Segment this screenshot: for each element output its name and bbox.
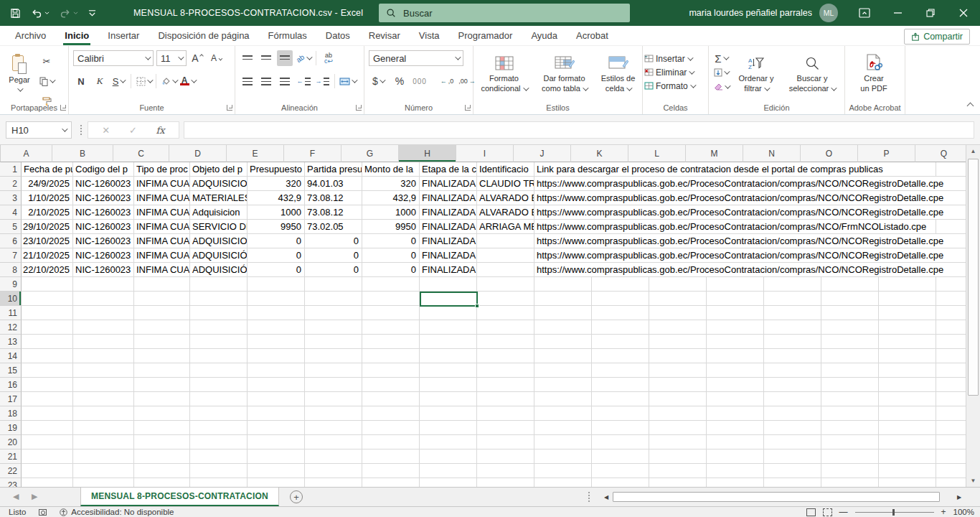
cell-K19[interactable]: [592, 421, 649, 435]
row-header-15[interactable]: 15: [0, 363, 22, 378]
cell-C23[interactable]: [134, 478, 190, 487]
currency-button[interactable]: $: [369, 73, 387, 89]
clipboard-dialog-launcher[interactable]: [60, 105, 66, 111]
cell-F19[interactable]: [305, 421, 362, 435]
cell-G1[interactable]: Monto de la: [362, 162, 420, 177]
cell-K17[interactable]: [592, 392, 649, 406]
fill-color-button[interactable]: [161, 73, 176, 89]
cell-Q12[interactable]: [936, 320, 966, 335]
cell-Q16[interactable]: [936, 378, 966, 392]
cell-M19[interactable]: [707, 421, 764, 435]
font-size-select[interactable]: 11: [156, 50, 187, 66]
column-header-F[interactable]: F: [284, 145, 341, 162]
cell-B20[interactable]: [73, 435, 134, 450]
cell-D22[interactable]: [190, 464, 248, 478]
cell-B16[interactable]: [73, 378, 134, 392]
zoom-slider-thumb[interactable]: [892, 509, 895, 516]
cell-K14[interactable]: [592, 349, 649, 363]
cell-J21[interactable]: [534, 450, 592, 464]
cell-J7[interactable]: https://www.compraspublicas.gob.ec/Proce…: [534, 248, 592, 263]
cell-D14[interactable]: [190, 349, 248, 363]
cell-K12[interactable]: [592, 320, 649, 335]
cell-H9[interactable]: [420, 277, 477, 292]
cell-C21[interactable]: [134, 450, 190, 464]
column-header-P[interactable]: P: [858, 145, 915, 162]
select-all-button[interactable]: [0, 145, 1, 162]
cell-J10[interactable]: [534, 292, 592, 306]
decrease-decimal-button[interactable]: ,00→: [459, 73, 475, 89]
cell-H20[interactable]: [420, 435, 477, 450]
cell-Q14[interactable]: [936, 349, 966, 363]
cell-Q15[interactable]: [936, 363, 966, 378]
row-header-7[interactable]: 7: [0, 248, 22, 263]
cell-F17[interactable]: [305, 392, 362, 406]
cell-B1[interactable]: Codigo del p: [73, 162, 134, 177]
collapse-ribbon-button[interactable]: [967, 103, 974, 110]
cell-D17[interactable]: [190, 392, 248, 406]
column-header-G[interactable]: G: [341, 145, 399, 162]
cell-D7[interactable]: ADQUISICIÓN: [190, 248, 248, 263]
cell-B21[interactable]: [73, 450, 134, 464]
cell-C12[interactable]: [134, 320, 190, 335]
cell-P1[interactable]: [879, 162, 936, 177]
cell-K21[interactable]: [592, 450, 649, 464]
cell-L16[interactable]: [649, 378, 707, 392]
cell-F21[interactable]: [305, 450, 362, 464]
cell-M16[interactable]: [707, 378, 764, 392]
scrollbar-resize-handle[interactable]: [588, 492, 590, 502]
cell-O17[interactable]: [821, 392, 879, 406]
cell-C4[interactable]: INFIMA CUANTIA: [134, 205, 190, 220]
column-header-N[interactable]: N: [743, 145, 801, 162]
align-middle-button[interactable]: [258, 50, 274, 66]
cell-E6[interactable]: 0: [248, 234, 305, 248]
cell-K15[interactable]: [592, 363, 649, 378]
cell-J14[interactable]: [534, 349, 592, 363]
row-header-19[interactable]: 19: [0, 421, 22, 435]
cell-G20[interactable]: [362, 435, 420, 450]
cell-J8[interactable]: https://www.compraspublicas.gob.ec/Proce…: [534, 263, 592, 277]
ribbon-tab-acrobat[interactable]: Acrobat: [567, 26, 618, 45]
cell-E18[interactable]: [248, 406, 305, 421]
cell-F13[interactable]: [305, 335, 362, 349]
cell-M9[interactable]: [707, 277, 764, 292]
cell-D19[interactable]: [190, 421, 248, 435]
accessibility-icon[interactable]: [60, 508, 67, 516]
cell-D2[interactable]: ADQUISICION: [190, 177, 248, 191]
column-header-D[interactable]: D: [169, 145, 227, 162]
scroll-left-icon[interactable]: ◀: [600, 491, 613, 503]
cell-L19[interactable]: [649, 421, 707, 435]
cell-G10[interactable]: [362, 292, 420, 306]
cell-C18[interactable]: [134, 406, 190, 421]
italic-button[interactable]: K: [92, 73, 108, 89]
ribbon-tab-vista[interactable]: Vista: [410, 26, 449, 45]
cell-G17[interactable]: [362, 392, 420, 406]
column-header-L[interactable]: L: [628, 145, 686, 162]
cell-B5[interactable]: NIC-1260023: [73, 220, 134, 234]
cell-G14[interactable]: [362, 349, 420, 363]
cell-E7[interactable]: 0: [248, 248, 305, 263]
cell-D21[interactable]: [190, 450, 248, 464]
cell-A22[interactable]: [22, 464, 73, 478]
zoom-slider[interactable]: [855, 512, 934, 513]
cell-P9[interactable]: [879, 277, 936, 292]
name-box[interactable]: H10: [6, 121, 72, 139]
cell-I22[interactable]: [477, 464, 534, 478]
comma-style-button[interactable]: 000: [412, 73, 428, 89]
cell-Q18[interactable]: [936, 406, 966, 421]
row-header-10[interactable]: 10: [0, 292, 22, 306]
row-header-20[interactable]: 20: [0, 435, 22, 450]
cell-J5[interactable]: https://www.compraspublicas.gob.ec/Proce…: [534, 220, 592, 234]
align-center-button[interactable]: [258, 73, 274, 89]
cell-J12[interactable]: [534, 320, 592, 335]
cell-J6[interactable]: https://www.compraspublicas.gob.ec/Proce…: [534, 234, 592, 248]
cell-M22[interactable]: [707, 464, 764, 478]
cell-O15[interactable]: [821, 363, 879, 378]
cell-F6[interactable]: 0: [305, 234, 362, 248]
cell-B12[interactable]: [73, 320, 134, 335]
cell-A3[interactable]: 1/10/2025: [22, 191, 73, 205]
cancel-icon[interactable]: ✕: [102, 125, 110, 136]
cell-B13[interactable]: [73, 335, 134, 349]
borders-button[interactable]: [136, 73, 151, 89]
cell-K16[interactable]: [592, 378, 649, 392]
cell-B17[interactable]: [73, 392, 134, 406]
